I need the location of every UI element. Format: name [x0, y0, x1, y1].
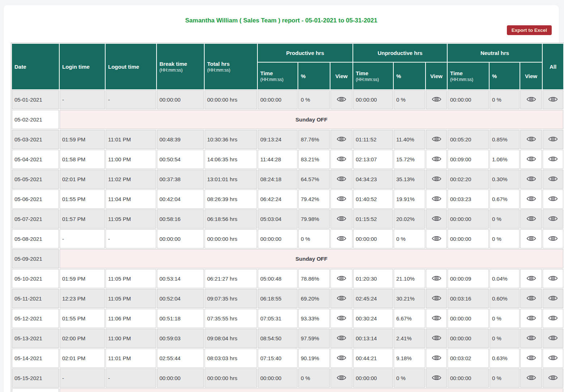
date-cell: 05-04-2021 — [12, 150, 59, 169]
login-time-cell: 01:59 PM — [60, 269, 105, 288]
neutral-time-cell: 00:00:00 — [448, 329, 489, 348]
logout-time-cell: 11:04 PM — [106, 189, 156, 209]
productive-pct-cell: 79.42% — [298, 189, 330, 209]
productive-pct-cell: 90.19% — [298, 349, 330, 368]
neutral-pct-cell: 0 % — [490, 329, 520, 348]
view-productive-button[interactable] — [337, 294, 346, 302]
total-hrs-cell: 09:08:04 hrs — [205, 329, 257, 348]
view-unproductive-button[interactable] — [432, 135, 441, 143]
view-productive-button[interactable] — [337, 95, 346, 103]
view-unproductive-button[interactable] — [432, 334, 441, 342]
view-all-button[interactable] — [548, 235, 558, 242]
view-neutral-button[interactable] — [526, 175, 536, 183]
view-all-button[interactable] — [548, 215, 558, 222]
view-unproductive-button[interactable] — [432, 95, 441, 103]
break-time-cell: 00:42:04 — [157, 189, 204, 209]
view-neutral-button[interactable] — [526, 274, 536, 282]
view-unproductive-button-cell — [426, 170, 447, 189]
eye-icon — [337, 314, 346, 322]
view-unproductive-button[interactable] — [432, 314, 441, 322]
time-label: Time — [450, 70, 463, 76]
view-unproductive-button-cell — [426, 269, 447, 288]
eye-icon — [548, 274, 558, 282]
view-all-button[interactable] — [548, 354, 558, 362]
view-productive-button[interactable] — [337, 195, 346, 203]
view-unproductive-button[interactable] — [432, 274, 441, 282]
neutral-time-cell: 00:03:23 — [448, 189, 489, 209]
view-productive-button[interactable] — [337, 215, 346, 222]
table-row: 05-08-2021--00:00:0000:00:00 hrs00:00:00… — [12, 229, 563, 248]
neutral-pct-cell: 0 % — [490, 90, 520, 109]
view-productive-button[interactable] — [337, 155, 346, 163]
view-unproductive-button[interactable] — [432, 155, 441, 163]
view-all-button[interactable] — [548, 274, 558, 282]
unproductive-time-cell: 01:15:52 — [353, 209, 393, 229]
view-neutral-button[interactable] — [526, 155, 536, 163]
view-neutral-button[interactable] — [526, 294, 536, 302]
view-productive-button[interactable] — [337, 354, 346, 362]
logout-time-cell: 11:00 PM — [106, 150, 156, 169]
view-unproductive-button[interactable] — [432, 175, 441, 183]
table-row: 05-10-202101:59 PM11:05 PM00:53:1406:21:… — [12, 269, 563, 288]
view-productive-button[interactable] — [337, 235, 346, 242]
view-neutral-button[interactable] — [526, 354, 536, 362]
export-to-excel-button[interactable]: Export to Excel — [507, 25, 552, 35]
login-time-cell: 01:57 PM — [60, 209, 105, 229]
eye-icon — [526, 314, 536, 322]
view-neutral-button[interactable] — [526, 235, 536, 242]
view-unproductive-button[interactable] — [432, 235, 441, 242]
view-neutral-button[interactable] — [526, 215, 536, 222]
view-unproductive-button[interactable] — [432, 374, 441, 382]
total-hrs-cell: 00:00:00 hrs — [205, 229, 257, 248]
view-neutral-button[interactable] — [526, 314, 536, 322]
view-all-button[interactable] — [548, 95, 558, 103]
date-cell: 05-09-2021 — [12, 249, 59, 268]
view-productive-button-cell — [330, 209, 352, 229]
view-all-button[interactable] — [548, 175, 558, 183]
logout-time-cell: 11:01 PM — [106, 349, 156, 368]
logout-time-cell: 11:05 PM — [106, 269, 156, 288]
view-productive-button[interactable] — [337, 274, 346, 282]
logout-time-cell: 11:05 PM — [106, 289, 156, 308]
view-unproductive-button[interactable] — [432, 354, 441, 362]
view-all-button[interactable] — [548, 135, 558, 143]
date-cell: 05-05-2021 — [12, 170, 59, 189]
view-unproductive-button[interactable] — [432, 294, 441, 302]
view-productive-button[interactable] — [337, 374, 346, 382]
login-time-cell: - — [60, 229, 105, 248]
unproductive-pct-cell: 15.72% — [394, 150, 425, 169]
view-productive-button-cell — [330, 229, 352, 248]
neutral-pct-cell: 0.04% — [490, 269, 520, 288]
table-row: 05-04-202101:58 PM11:00 PM00:50:5414:06:… — [12, 150, 563, 169]
view-productive-button-cell — [330, 130, 352, 149]
productive-time-cell: 08:24:18 — [258, 170, 298, 189]
eye-icon — [337, 274, 346, 282]
eye-icon — [526, 354, 536, 362]
view-all-button[interactable] — [548, 294, 558, 302]
view-all-button[interactable] — [548, 155, 558, 163]
view-unproductive-button[interactable] — [432, 195, 441, 203]
view-productive-button[interactable] — [337, 175, 346, 183]
view-neutral-button-cell — [520, 309, 542, 328]
date-cell: 05-14-2021 — [12, 349, 59, 368]
view-productive-button[interactable] — [337, 334, 346, 342]
date-cell: 05-02-2021 — [12, 110, 59, 129]
eye-icon — [432, 235, 441, 242]
view-all-button[interactable] — [548, 314, 558, 322]
view-all-button[interactable] — [548, 374, 558, 382]
neutral-pct-cell: 0 % — [490, 209, 520, 229]
view-neutral-button[interactable] — [526, 195, 536, 203]
view-all-button[interactable] — [548, 334, 558, 342]
view-unproductive-button-cell — [426, 349, 447, 368]
view-all-button-cell — [543, 130, 563, 149]
view-productive-button[interactable] — [337, 135, 346, 143]
eye-icon — [548, 175, 558, 183]
neutral-pct-cell: 0.60% — [490, 289, 520, 308]
view-all-button[interactable] — [548, 195, 558, 203]
view-neutral-button[interactable] — [526, 135, 536, 143]
view-unproductive-button[interactable] — [432, 215, 441, 222]
view-neutral-button[interactable] — [526, 95, 536, 103]
view-neutral-button[interactable] — [526, 334, 536, 342]
view-neutral-button[interactable] — [526, 374, 536, 382]
view-productive-button[interactable] — [337, 314, 346, 322]
